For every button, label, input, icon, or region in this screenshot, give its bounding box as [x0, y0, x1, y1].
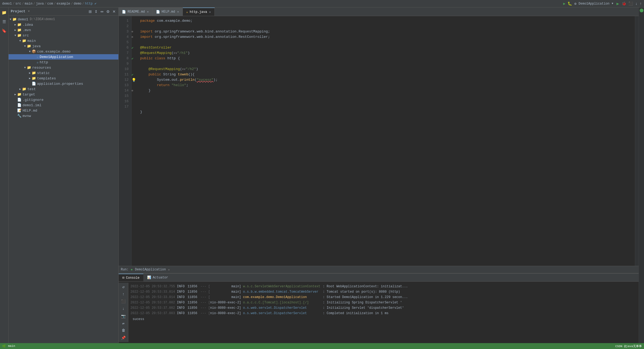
run-icon[interactable]: ▶ — [563, 1, 565, 6]
code-line-8: public class http { — [140, 56, 635, 61]
sidebar-dropdown-icon[interactable]: ▼ — [28, 10, 30, 13]
tree-arrow-templates: ▶ — [28, 77, 32, 80]
code-line-15 — [140, 93, 635, 99]
build-icon[interactable]: ⚙ — [574, 2, 576, 6]
bookmarks-btn[interactable]: 🔖 — [1, 27, 8, 34]
pin-btn[interactable]: 📌 — [120, 335, 127, 341]
code-line-12: System.out.println("sucess"); — [140, 77, 635, 83]
code-content[interactable]: package com.example.demo; import org.spr… — [137, 16, 635, 266]
breadcrumb-main[interactable]: main — [25, 2, 32, 6]
camera-btn[interactable]: 📷 — [120, 313, 127, 319]
tab-help-close[interactable]: ✕ — [177, 10, 179, 14]
header-run-label: Demo1Application — [578, 2, 609, 6]
run-play-btn[interactable]: ▶ — [617, 1, 619, 6]
log-line-6: 2022-12-05 20:53:37.003 INFO 11856 --- [… — [130, 311, 636, 316]
git-push-btn[interactable]: ↑ — [640, 2, 642, 6]
run-app-name-text: Demo1Application — [135, 268, 166, 271]
run-debug-btn[interactable]: 🐞 — [622, 1, 626, 6]
editor-scrollbar[interactable] — [635, 16, 639, 266]
tree-item-demo1[interactable]: ▼ 📁 demo1 D:\IDEA\demo1 — [9, 17, 118, 22]
tree-item-src[interactable]: ▼ 📁 src — [9, 33, 118, 38]
tab-http[interactable]: ☕ http.java ✕ — [183, 8, 215, 16]
sidebar-toolbar: ⊞ ⇕ ⇔ ⚙ ✕ — [88, 9, 116, 14]
tree-item-Demo1Application[interactable]: ▶ ☕ Demo1Application — [9, 54, 118, 60]
tree-item-application-properties[interactable]: ▶ 📄 application.properties — [9, 81, 118, 86]
tree-item-gitignore[interactable]: ▶ 📄 .gitignore — [9, 97, 118, 102]
tree-item-package[interactable]: ▼ 📦 com.example.demo — [9, 49, 118, 54]
scroll-up-btn[interactable]: ↑ — [120, 291, 127, 297]
breadcrumb-demo[interactable]: demo — [74, 2, 82, 6]
import-fold-4[interactable]: ⊕ — [132, 34, 137, 40]
tree-item-main[interactable]: ▼ 📁 main — [9, 38, 118, 43]
editor-content[interactable]: 1 2 3 4 5 6 7 8 9 10 11 12 13 14 15 16 1 — [119, 16, 639, 266]
sidebar-scope-btn[interactable]: ⊞ — [88, 9, 92, 14]
header-dropdown-icon[interactable]: ▼ — [612, 2, 613, 5]
breadcrumb-java[interactable]: java — [36, 2, 44, 6]
wrap-btn[interactable]: ⇌ — [120, 320, 127, 326]
scroll-down-btn[interactable]: ↓ — [120, 306, 127, 312]
sidebar-hide-btn[interactable]: ✕ — [112, 9, 116, 14]
import-fold-3[interactable]: ⊕ — [132, 29, 137, 34]
folder-icon-idea: 📁 — [17, 23, 21, 27]
restart-btn[interactable]: ↺ — [120, 284, 127, 290]
tree-item-templates[interactable]: ▶ 📁 templates — [9, 76, 118, 81]
tree-arrow-src: ▼ — [13, 34, 17, 37]
tab-help-label: HELP.md — [162, 10, 175, 14]
git-update-btn[interactable]: ↓ — [635, 2, 637, 6]
structure-btn[interactable]: ☰ — [1, 18, 8, 25]
tree-item-iml[interactable]: ▶ 📄 demo1.iml — [9, 102, 118, 108]
tree-item-static[interactable]: ▶ 📁 static — [9, 70, 118, 76]
sidebar-expand-btn[interactable]: ⇕ — [94, 9, 98, 14]
log-area: 2022-12-05 20:53:32.755 INFO 11856 --- [… — [128, 283, 639, 342]
tree-item-mvn[interactable]: ▶ 📁 .mvn — [9, 27, 118, 33]
bulb-icon-12[interactable]: 💡 — [132, 77, 137, 83]
tab-http-close[interactable]: ✕ — [209, 10, 211, 14]
breadcrumb-com[interactable]: com — [47, 2, 53, 6]
bottom-panel: ⊡ Console 📊 Actuator ↺ ↑ ⬛ ↓ 📷 ⇌ 🗑 — [119, 273, 639, 343]
sidebar-settings-btn[interactable]: ⚙ — [106, 9, 110, 14]
tree-item-resources[interactable]: ▼ 📁 resources — [9, 65, 118, 70]
code-line-4: import org.springframework.web.bind.anno… — [140, 34, 635, 40]
tree-item-mvnw[interactable]: ▶ 🔧 mvnw — [9, 113, 118, 119]
breadcrumb-demo1[interactable]: demo1 — [2, 2, 12, 6]
check-icon-6: ✔ — [132, 45, 137, 50]
fold-icon-14[interactable]: ⊕ — [132, 88, 137, 93]
tree-item-java[interactable]: ▼ 📁 java — [9, 43, 118, 49]
tree-item-test[interactable]: ▶ 📁 test — [9, 86, 118, 92]
run-stop-btn[interactable]: ⬛ — [628, 1, 633, 6]
tab-actuator[interactable]: 📊 Actuator — [143, 274, 172, 281]
tree-label-mvnw: mvnw — [23, 114, 31, 118]
tree-item-target[interactable]: ▶ 📁 target — [9, 92, 118, 97]
tree-arrow-java: ▼ — [23, 45, 27, 48]
file-icon-gitignore: 📄 — [17, 98, 21, 102]
folder-icon-static: 📁 — [32, 71, 36, 75]
project-view-btn[interactable]: 📁 — [1, 9, 8, 16]
debug-icon[interactable]: 🐛 — [567, 1, 572, 6]
tree-item-HELP-md[interactable]: ▶ 📝 HELP.md — [9, 108, 118, 113]
code-line-16 — [140, 99, 635, 104]
tree-arrow-idea: ▶ — [13, 23, 17, 26]
clear-btn[interactable]: 🗑 — [120, 328, 127, 334]
folder-icon-demo1: 📁 — [12, 17, 17, 21]
tab-readme[interactable]: 📄 README.md ✕ — [119, 8, 153, 16]
iml-icon: 📄 — [17, 103, 21, 107]
tab-help[interactable]: 📄 HELP.md ✕ — [153, 8, 183, 16]
status-right: CSDN @java无事事 — [615, 344, 642, 348]
status-bar: 🌿 main CSDN @java无事事 — [0, 343, 644, 349]
tree-label-target: target — [23, 93, 35, 97]
run-tab-close[interactable]: ✕ — [168, 268, 170, 271]
tree-item-http[interactable]: ▶ ☕ http — [9, 60, 118, 65]
breadcrumb: demo1 / src / main / java / com / exampl… — [2, 2, 97, 6]
breadcrumb-src[interactable]: src — [15, 2, 21, 6]
http-tab-icon: ☕ — [186, 10, 188, 14]
sidebar-collapse-btn[interactable]: ⇔ — [100, 9, 104, 14]
tree-item-idea[interactable]: ▶ 📁 .idea — [9, 22, 118, 27]
tab-readme-close[interactable]: ✕ — [147, 10, 149, 14]
console-tab-icon: ⊡ — [122, 276, 124, 280]
breadcrumb-example[interactable]: example — [57, 2, 70, 6]
stop-btn[interactable]: ⬛ — [120, 298, 127, 304]
folder-icon-main: 📁 — [22, 39, 26, 43]
tree-label-iml: demo1.iml — [23, 103, 41, 107]
breadcrumb-http[interactable]: http — [85, 2, 93, 6]
tab-console[interactable]: ⊡ Console — [119, 274, 143, 281]
